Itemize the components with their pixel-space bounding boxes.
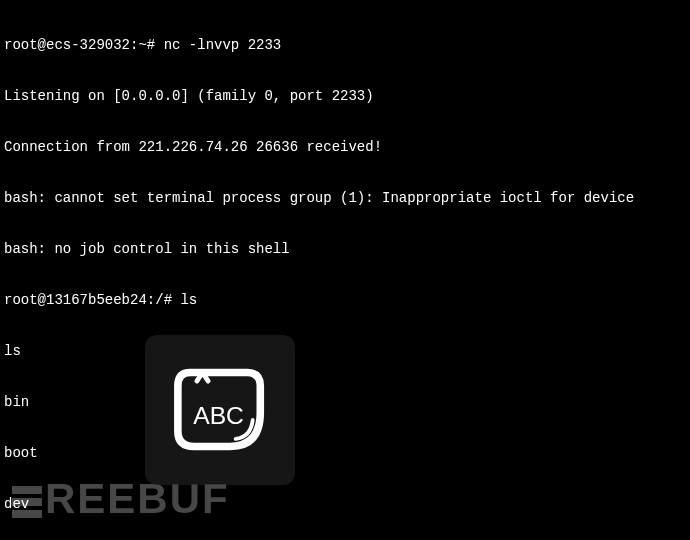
terminal-line: Connection from 221.226.74.26 26636 rece…	[4, 139, 686, 156]
terminal-line: bash: cannot set terminal process group …	[4, 190, 686, 207]
ls-item: boot	[4, 445, 686, 462]
ls-item: dev	[4, 496, 686, 513]
ls-item: ls	[4, 343, 686, 360]
terminal-output[interactable]: root@ecs-329032:~# nc -lnvvp 2233 Listen…	[4, 3, 686, 540]
terminal-line: bash: no job control in this shell	[4, 241, 686, 258]
ime-overlay: ABC	[145, 335, 295, 485]
ime-keyboard-icon: ABC	[173, 365, 268, 455]
ls-item: bin	[4, 394, 686, 411]
shell-command: ls	[180, 292, 197, 308]
shell-command: nc -lnvvp 2233	[164, 37, 282, 53]
shell-prompt: root@13167b5eeb24:/#	[4, 292, 180, 308]
terminal-line: root@ecs-329032:~# nc -lnvvp 2233	[4, 37, 686, 54]
ime-label: ABC	[193, 402, 244, 429]
shell-prompt: root@ecs-329032:~#	[4, 37, 164, 53]
terminal-line: root@13167b5eeb24:/# ls	[4, 292, 686, 309]
terminal-line: Listening on [0.0.0.0] (family 0, port 2…	[4, 88, 686, 105]
